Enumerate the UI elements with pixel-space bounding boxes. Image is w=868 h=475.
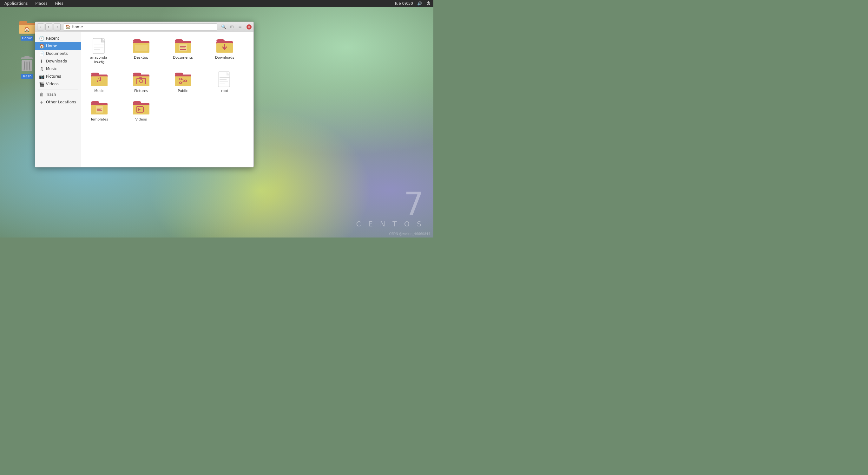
menu-applications[interactable]: Applications bbox=[3, 1, 30, 6]
window-content: 🕐 Recent 🏠 Home 📄 Documents ⬇ Downloads … bbox=[35, 32, 253, 167]
sidebar-item-home[interactable]: 🏠 Home bbox=[35, 42, 81, 50]
file-item-desktop[interactable]: Desktop bbox=[127, 36, 155, 67]
location-bar[interactable]: 🏠 Home bbox=[63, 24, 217, 30]
sidebar-label-other: Other Locations bbox=[46, 100, 76, 104]
view-list-button[interactable]: ≡ bbox=[236, 23, 244, 31]
file-label-pictures: Pictures bbox=[134, 89, 148, 93]
desktop-trash-label: Trash bbox=[21, 74, 33, 78]
file-label-documents: Documents bbox=[173, 56, 193, 60]
music-nav-icon: ♫ bbox=[39, 66, 44, 71]
sidebar-label-home: Home bbox=[46, 44, 57, 48]
nav-back-button[interactable]: ‹ bbox=[37, 24, 44, 30]
sidebar-label-recent: Recent bbox=[46, 36, 59, 40]
sidebar-item-recent[interactable]: 🕐 Recent bbox=[35, 35, 81, 42]
sidebar-item-pictures[interactable]: 📷 Pictures bbox=[35, 73, 81, 80]
file-item-documents[interactable]: Documents bbox=[169, 36, 197, 67]
sidebar-label-documents: Documents bbox=[46, 51, 68, 56]
file-manager-window: ‹ › ‹ 🏠 Home 🔍 ⊞ ≡ ✕ 🕐 Recent 🏠 Home bbox=[35, 22, 254, 167]
other-nav-icon: + bbox=[39, 100, 44, 105]
documents-nav-icon: 📄 bbox=[39, 51, 44, 56]
videos-nav-icon: 🎬 bbox=[39, 82, 44, 87]
search-button[interactable]: 🔍 bbox=[220, 23, 227, 31]
sidebar-item-downloads[interactable]: ⬇ Downloads bbox=[35, 57, 81, 65]
menu-places[interactable]: Places bbox=[33, 1, 49, 6]
file-label-root: root bbox=[221, 89, 228, 93]
nav-up-button[interactable]: ‹ bbox=[54, 24, 61, 30]
window-titlebar: ‹ › ‹ 🏠 Home 🔍 ⊞ ≡ ✕ bbox=[35, 22, 253, 32]
svg-rect-4 bbox=[24, 56, 30, 58]
sidebar-item-documents[interactable]: 📄 Documents bbox=[35, 50, 81, 57]
svg-line-9 bbox=[29, 62, 30, 70]
view-grid-button[interactable]: ⊞ bbox=[228, 23, 236, 31]
file-grid: anaconda-ks.cfg Desktop bbox=[81, 32, 253, 167]
svg-rect-35 bbox=[175, 76, 191, 86]
toolbar-right: 🔍 ⊞ ≡ bbox=[220, 23, 244, 31]
location-home-icon: 🏠 bbox=[65, 24, 70, 29]
recent-icon: 🕐 bbox=[39, 36, 44, 41]
file-item-root[interactable]: root bbox=[210, 69, 239, 95]
file-item-anaconda[interactable]: anaconda-ks.cfg bbox=[85, 36, 114, 67]
sidebar-item-other[interactable]: + Other Locations bbox=[35, 98, 81, 106]
file-item-pictures[interactable]: Pictures bbox=[127, 69, 155, 95]
nav-forward-button[interactable]: › bbox=[45, 24, 52, 30]
trash-nav-icon: 🗑 bbox=[39, 92, 44, 97]
svg-text:🏠: 🏠 bbox=[24, 26, 30, 32]
file-label-public: Public bbox=[178, 89, 188, 93]
file-item-downloads[interactable]: Downloads bbox=[210, 36, 239, 67]
power-icon[interactable]: ⏻ bbox=[426, 1, 431, 6]
file-item-public[interactable]: Public bbox=[169, 69, 197, 95]
file-label-music: Music bbox=[94, 89, 104, 93]
sidebar-label-pictures: Pictures bbox=[46, 74, 61, 78]
file-item-templates[interactable]: Templates bbox=[85, 98, 114, 124]
pictures-nav-icon: 📷 bbox=[39, 74, 44, 79]
sidebar-label-downloads: Downloads bbox=[46, 59, 67, 63]
menubar: Applications Places Files Tue 09:50 🔊 ⏻ bbox=[0, 0, 433, 7]
home-nav-icon: 🏠 bbox=[39, 43, 44, 49]
file-label-downloads: Downloads bbox=[215, 56, 234, 60]
sidebar-label-music: Music bbox=[46, 67, 57, 71]
file-label-anaconda: anaconda-ks.cfg bbox=[87, 56, 112, 65]
csdn-credit: CSDN @weixin_46660844 bbox=[389, 232, 430, 235]
sidebar-item-music[interactable]: ♫ Music bbox=[35, 65, 81, 73]
location-text: Home bbox=[72, 25, 83, 29]
file-item-music[interactable]: Music bbox=[85, 69, 114, 95]
file-item-videos[interactable]: Videos bbox=[127, 98, 155, 124]
sidebar: 🕐 Recent 🏠 Home 📄 Documents ⬇ Downloads … bbox=[35, 32, 81, 167]
sidebar-label-trash: Trash bbox=[46, 92, 56, 97]
file-label-desktop: Desktop bbox=[134, 56, 148, 60]
sidebar-item-videos[interactable]: 🎬 Videos bbox=[35, 80, 81, 88]
sidebar-label-videos: Videos bbox=[46, 82, 59, 86]
file-label-videos: Videos bbox=[135, 117, 147, 122]
sidebar-item-trash[interactable]: 🗑 Trash bbox=[35, 91, 81, 98]
volume-icon[interactable]: 🔊 bbox=[417, 1, 422, 6]
clock: Tue 09:50 bbox=[394, 1, 413, 6]
sidebar-divider bbox=[38, 89, 79, 89]
svg-rect-33 bbox=[139, 77, 142, 78]
svg-rect-17 bbox=[135, 45, 148, 51]
desktop-home-label: Home bbox=[21, 36, 33, 40]
window-close-button[interactable]: ✕ bbox=[247, 24, 252, 30]
menu-files[interactable]: Files bbox=[53, 1, 65, 6]
svg-line-7 bbox=[24, 62, 25, 70]
downloads-nav-icon: ⬇ bbox=[39, 59, 44, 64]
file-label-templates: Templates bbox=[90, 117, 108, 122]
